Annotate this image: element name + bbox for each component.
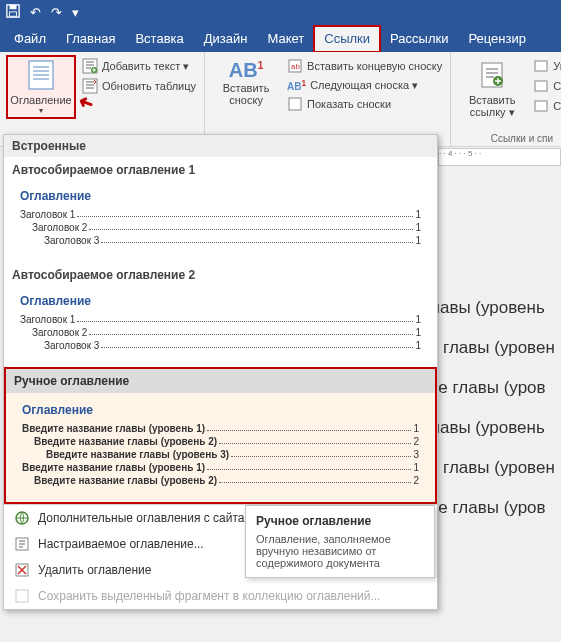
tab-review[interactable]: Рецензир — [458, 26, 536, 52]
svg-rect-18 — [535, 101, 547, 111]
gallery-item-auto2[interactable]: Автособираемое оглавление 2 Оглавление З… — [4, 262, 437, 367]
tab-references[interactable]: Ссылки — [314, 26, 380, 52]
insert-endnote-button[interactable]: ab Вставить концевую сноску — [285, 57, 444, 75]
toc-button-label: Оглавление — [10, 94, 71, 106]
svg-rect-13 — [289, 98, 301, 110]
save-selection-to-gallery: Сохранить выделенный фрагмент в коллекци… — [4, 583, 437, 609]
svg-rect-2 — [10, 12, 17, 16]
next-footnote-button[interactable]: AB1 Следующая сноска ▾ — [285, 77, 444, 93]
tooltip-title: Ручное оглавление — [256, 514, 424, 528]
group-label-links: Ссылки и спи — [451, 133, 561, 144]
quick-access-toolbar: ↶ ↷ ▾ — [0, 0, 561, 25]
svg-rect-1 — [10, 5, 17, 9]
update-table-button[interactable]: Обновить таблицу — [80, 77, 198, 95]
svg-rect-17 — [535, 81, 547, 91]
qat-more-icon[interactable]: ▾ — [72, 5, 79, 20]
dropdown-icon: ▾ — [39, 106, 43, 115]
insert-link-button[interactable]: Вставить ссылку ▾ — [457, 55, 527, 123]
save-icon[interactable] — [6, 4, 20, 21]
svg-text:ab: ab — [291, 62, 300, 71]
tooltip-body: Оглавление, заполняемое вручную независи… — [256, 533, 424, 569]
gallery-section-builtin: Встроенные — [4, 135, 437, 157]
redo-icon[interactable]: ↷ — [51, 5, 62, 20]
add-text-button[interactable]: Добавить текст ▾ — [80, 57, 198, 75]
gallery-item-manual-head: Ручное оглавление — [6, 369, 435, 393]
style-button[interactable]: Стиль — [531, 77, 561, 95]
gallery-item-manual[interactable]: Оглавление Введите название главы (урове… — [6, 393, 435, 502]
ribbon: ➜ Оглавление ▾ Добавить текст ▾ Обновить… — [0, 52, 561, 147]
tab-design[interactable]: Дизайн — [194, 26, 258, 52]
ribbon-tabs: Файл Главная Вставка Дизайн Макет Ссылки… — [0, 25, 561, 52]
tab-layout[interactable]: Макет — [257, 26, 314, 52]
show-notes-button[interactable]: Показать сноски — [285, 95, 444, 113]
tab-insert[interactable]: Вставка — [125, 26, 193, 52]
tab-file[interactable]: Файл — [4, 26, 56, 52]
tab-mailings[interactable]: Рассылки — [380, 26, 458, 52]
manage-sources-button[interactable]: Упра — [531, 57, 561, 75]
tooltip: Ручное оглавление Оглавление, заполняемо… — [245, 505, 435, 578]
svg-rect-22 — [16, 590, 28, 602]
gallery-item-auto1[interactable]: Автособираемое оглавление 1 Оглавление З… — [4, 157, 437, 262]
bibliography-button[interactable]: Спис — [531, 97, 561, 115]
tab-home[interactable]: Главная — [56, 26, 125, 52]
svg-rect-16 — [535, 61, 547, 71]
toc-button[interactable]: Оглавление ▾ — [6, 55, 76, 119]
insert-footnote-button[interactable]: AB1 Вставить сноску — [211, 55, 281, 113]
undo-icon[interactable]: ↶ — [30, 5, 41, 20]
